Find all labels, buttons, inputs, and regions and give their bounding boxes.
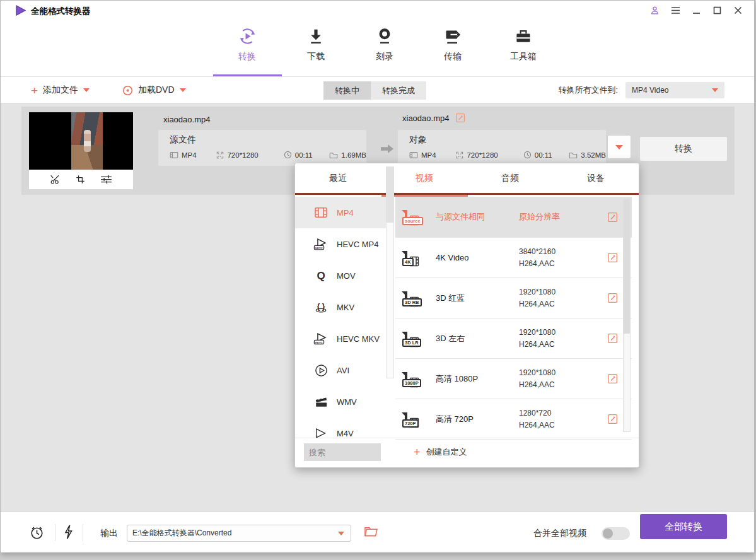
source-size: 1.69MB xyxy=(341,151,366,159)
convert-all-to-label: 转换所有文件到: xyxy=(558,85,618,96)
preset-list-scrollbar[interactable] xyxy=(623,199,631,432)
play-circle-icon xyxy=(313,364,329,377)
output-path-select[interactable]: E:\全能格式转换器\Converted xyxy=(127,525,351,542)
merge-all-label: 合并全部视频 xyxy=(533,528,586,539)
sidebar-item-mov[interactable]: Q MOV xyxy=(295,260,387,291)
tab-converting[interactable]: 转换中 xyxy=(323,81,371,100)
sidebar-scrollbar[interactable] xyxy=(386,166,394,378)
nav-tab-convert[interactable]: 转换 xyxy=(221,26,274,71)
sidebar-item-hevc-mp4[interactable]: HEVC HEVC MP4 xyxy=(295,228,387,260)
resolution-icon xyxy=(456,151,463,159)
file-icon-badge: source xyxy=(402,217,423,225)
nav-tab-download[interactable]: 下载 xyxy=(289,26,342,71)
svg-text:{ }: { } xyxy=(317,302,325,311)
edit-preset-icon[interactable] xyxy=(607,212,618,223)
popup-tab-device[interactable]: 设备 xyxy=(553,163,639,193)
toolbox-icon xyxy=(514,26,533,46)
crop-icon[interactable] xyxy=(76,175,85,184)
main-nav: 转换 下载 刻录 传输 工具箱 xyxy=(1,20,754,77)
file-icon-badge: 720P xyxy=(402,419,419,428)
preset-title: 4K Video xyxy=(436,253,519,262)
thumbnail-image xyxy=(29,112,133,170)
trim-icon[interactable] xyxy=(50,175,61,184)
nav-tab-transfer[interactable]: 传输 xyxy=(426,26,479,71)
edit-preset-icon[interactable] xyxy=(607,333,618,344)
sidebar-item-label: MKV xyxy=(337,303,354,312)
output-path-value: E:\全能格式转换器\Converted xyxy=(132,528,338,539)
close-button[interactable] xyxy=(733,5,743,15)
target-format-dropdown-button[interactable] xyxy=(607,135,631,159)
preset-codec: H264,AAC xyxy=(519,259,595,268)
convert-button[interactable]: 转换 xyxy=(640,137,727,161)
convert-all-button[interactable]: 全部转换 xyxy=(640,514,727,539)
convert-state-tabs: 转换中 转换完成 xyxy=(323,81,426,100)
sidebar-item-mkv[interactable]: { } MKV xyxy=(295,291,387,323)
preset-row-1080p[interactable]: 1080P 高清 1080P 1920*1080H264,AAC xyxy=(395,359,632,399)
effects-sliders-icon[interactable] xyxy=(100,175,112,184)
edit-preset-icon[interactable] xyxy=(607,373,618,384)
folder-icon xyxy=(569,151,578,159)
schedule-alarm-icon[interactable] xyxy=(29,525,45,540)
file-icon-badge: 1080P xyxy=(402,379,421,387)
hevc-play-icon: HEVC xyxy=(313,332,329,346)
tab-finished[interactable]: 转换完成 xyxy=(371,81,426,100)
sidebar-scrollbar-thumb[interactable] xyxy=(387,167,393,223)
edit-preset-icon[interactable] xyxy=(607,293,618,303)
target-size: 3.52MB xyxy=(581,151,606,159)
app-window: 全能格式转换器 转换 xyxy=(0,0,755,552)
sidebar-item-label: HEVC MKV xyxy=(337,334,380,344)
clock-icon xyxy=(284,151,292,159)
preset-row-3d-rb[interactable]: 3D RB 3D 红蓝 1920*1080H264,AAC xyxy=(395,278,632,318)
nav-tab-burn[interactable]: 刻录 xyxy=(358,26,411,71)
hevc-play-icon: HEVC xyxy=(313,237,329,251)
open-folder-icon[interactable] xyxy=(364,525,378,537)
sidebar-item-wmv[interactable]: WMV xyxy=(295,386,387,417)
create-custom-label: 创建自定义 xyxy=(426,446,467,458)
menu-icon[interactable] xyxy=(670,5,680,15)
edit-preset-icon[interactable] xyxy=(607,414,618,424)
preset-file-icon: 1080P xyxy=(405,372,407,385)
create-custom-button[interactable]: + 创建自定义 xyxy=(414,443,467,461)
minimize-button[interactable] xyxy=(691,5,701,15)
plus-icon: + xyxy=(414,446,421,458)
maximize-button[interactable] xyxy=(712,5,722,15)
preset-resolution: 1280*720 xyxy=(519,409,595,417)
rename-edit-icon[interactable] xyxy=(455,113,465,123)
high-speed-icon[interactable] xyxy=(63,525,73,540)
plus-icon: + xyxy=(31,85,38,96)
preset-codec: H264,AAC xyxy=(519,421,595,429)
load-dvd-button[interactable]: 加载DVD xyxy=(122,77,186,103)
chevron-down-icon xyxy=(83,88,90,92)
preset-row-same-as-source[interactable]: source 与源文件相同 原始分辨率 xyxy=(395,197,632,238)
preset-resolution: 3840*2160 xyxy=(519,247,595,256)
sidebar-item-hevc-mkv[interactable]: HEVC HEVC MKV xyxy=(295,323,387,354)
sidebar-item-avi[interactable]: AVI xyxy=(295,354,387,386)
sidebar-item-label: AVI xyxy=(337,366,349,375)
source-resolution: 720*1280 xyxy=(227,151,258,159)
file-icon-badge: 3D LR xyxy=(402,339,421,347)
merge-all-toggle[interactable] xyxy=(602,527,630,540)
nav-tab-toolbox[interactable]: 工具箱 xyxy=(497,26,550,71)
film-icon xyxy=(170,151,178,159)
source-filename: xiaodao.mp4 xyxy=(163,115,210,124)
output-format-select[interactable]: MP4 Video xyxy=(625,82,724,98)
clapperboard-icon xyxy=(313,395,329,408)
search-input[interactable] xyxy=(304,443,381,461)
edit-preset-icon[interactable] xyxy=(607,252,618,263)
popup-tab-recent[interactable]: 最近 xyxy=(295,163,381,193)
sidebar-item-m4v[interactable]: M4V xyxy=(295,417,387,438)
preset-row-4k[interactable]: 4K 4K Video 3840*2160H264,AAC xyxy=(395,238,632,278)
mkv-braces-icon: { } xyxy=(313,301,329,313)
sidebar-item-mp4[interactable]: MP4 xyxy=(295,197,387,228)
preset-row-720p[interactable]: 720P 高清 720P 1280*720H264,AAC xyxy=(395,399,632,440)
chevron-down-icon xyxy=(180,88,186,92)
preset-row-3d-lr[interactable]: 3D LR 3D 左右 1920*1080H264,AAC xyxy=(395,318,632,359)
preset-title: 3D 左右 xyxy=(436,333,519,344)
quicktime-q-icon: Q xyxy=(313,269,329,282)
preset-list-scrollbar-thumb[interactable] xyxy=(624,199,630,334)
account-icon[interactable] xyxy=(649,5,660,15)
file-icon-badge: 3D RB xyxy=(402,298,422,306)
preset-title: 高清 720P xyxy=(436,414,519,425)
popup-tab-audio[interactable]: 音频 xyxy=(467,163,553,193)
add-files-button[interactable]: + 添加文件 xyxy=(31,77,90,103)
